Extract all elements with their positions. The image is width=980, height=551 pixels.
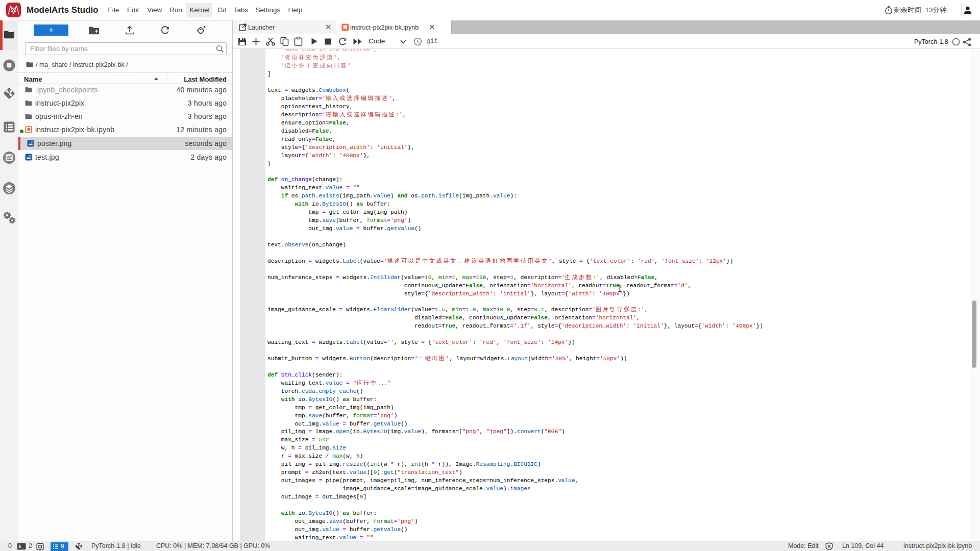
svg-text:$_: $_ [18,544,24,549]
